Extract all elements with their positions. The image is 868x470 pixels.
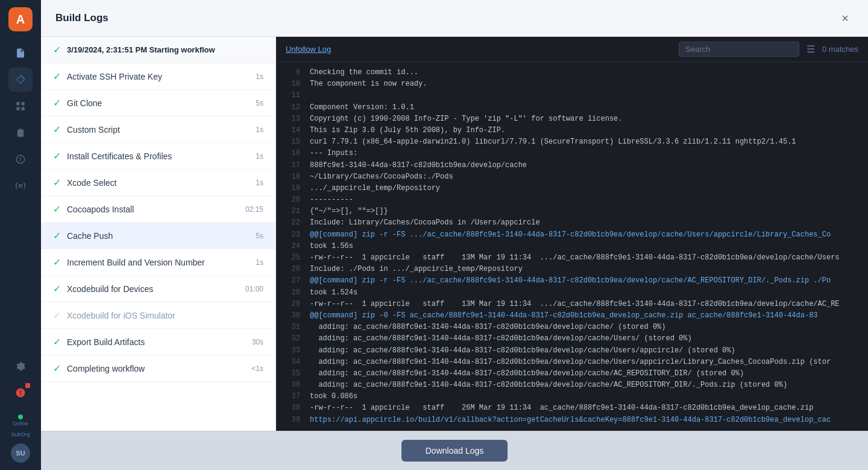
sidebar-icon-build[interactable] bbox=[8, 41, 33, 65]
step-item-xcodebuild-simulator[interactable]: ✓Xcodebuild for iOS Simulator bbox=[41, 302, 275, 329]
sidebar-icon-nav4[interactable] bbox=[8, 174, 33, 198]
line-text: Include: ./Pods in .../_appcircle_temp/R… bbox=[310, 264, 858, 275]
step-item-starting-workflow[interactable]: ✓3/19/2024, 2:31:51 PM Starting workflow bbox=[41, 37, 275, 63]
line-number: 37 bbox=[286, 391, 300, 402]
svg-point-4 bbox=[19, 185, 22, 188]
step-item-export-artifacts[interactable]: ✓Export Build Artifacts30s bbox=[41, 329, 275, 355]
line-number: 21 bbox=[286, 206, 300, 217]
line-text: took 1.56s bbox=[310, 241, 858, 252]
line-text: -rw-r--r-- 1 appcircle staff 13M Mar 19 … bbox=[310, 252, 858, 264]
step-label: Completing workflow bbox=[67, 364, 245, 373]
step-time: 5s bbox=[256, 232, 263, 240]
step-label: Xcodebuild for iOS Simulator bbox=[67, 311, 263, 320]
line-text: adding: ac_cache/888fc9e1-3140-44da-8317… bbox=[310, 345, 858, 357]
log-line: 38-rw-r--r-- 1 appcircle staff 26M Mar 1… bbox=[276, 402, 868, 414]
step-item-activate-ssh[interactable]: ✓Activate SSH Private Key1s bbox=[41, 63, 275, 90]
line-text: took 1.524s bbox=[310, 287, 858, 299]
line-number: 28 bbox=[286, 287, 300, 299]
step-time: 02:15 bbox=[245, 205, 263, 214]
log-line: 28took 1.524s bbox=[276, 287, 868, 299]
sidebar-icon-settings[interactable] bbox=[8, 354, 33, 378]
line-number: 24 bbox=[286, 241, 300, 252]
modal-close-button[interactable]: × bbox=[837, 10, 854, 27]
step-label: Install Certificates & Profiles bbox=[67, 151, 250, 161]
log-line: 36 adding: ac_cache/888fc9e1-3140-44da-8… bbox=[276, 379, 868, 391]
app-logo[interactable]: A bbox=[8, 7, 33, 31]
line-text: https://api.appcircle.io/build/v1/callba… bbox=[310, 414, 858, 426]
line-text: This is Zip 3.0 (July 5th 2008), by Info… bbox=[310, 125, 858, 136]
step-item-completing-workflow[interactable]: ✓Completing workflow<1s bbox=[41, 355, 275, 382]
line-number: 34 bbox=[286, 357, 300, 368]
log-line: 13Copyright (c) 1990-2008 Info-ZIP - Typ… bbox=[276, 113, 868, 125]
log-panel: Unfollow Log ☰ 0 matches 9Checking the c… bbox=[276, 37, 868, 431]
step-item-git-clone[interactable]: ✓Git Clone5s bbox=[41, 90, 275, 116]
step-time: 01:00 bbox=[245, 285, 263, 293]
line-number: 29 bbox=[286, 299, 300, 310]
step-item-cache-push[interactable]: ✓Cache Push5s bbox=[41, 223, 275, 249]
line-text: Copyright (c) 1990-2008 Info-ZIP - Type … bbox=[310, 113, 858, 125]
download-logs-button[interactable]: Download Logs bbox=[401, 440, 508, 462]
line-text: adding: ac_cache/888fc9e1-3140-44da-8317… bbox=[310, 357, 858, 368]
step-check-icon: ✓ bbox=[53, 363, 61, 374]
line-text: -rw-r--r-- 1 appcircle staff 13M Mar 19 … bbox=[310, 299, 858, 310]
line-text bbox=[310, 90, 858, 101]
sidebar-icon-alert[interactable] bbox=[8, 381, 33, 405]
step-item-install-certs[interactable]: ✓Install Certificates & Profiles1s bbox=[41, 143, 275, 170]
line-number: 18 bbox=[286, 171, 300, 183]
sidebar-icon-nav1[interactable] bbox=[8, 94, 33, 118]
line-number: 17 bbox=[286, 160, 300, 171]
list-view-icon[interactable]: ☰ bbox=[807, 43, 815, 55]
step-item-custom-script[interactable]: ✓Custom Script1s bbox=[41, 116, 275, 143]
sidebar-icon-nav3[interactable] bbox=[8, 147, 33, 171]
log-line: 20---------- bbox=[276, 194, 868, 206]
step-item-xcodebuild-devices[interactable]: ✓Xcodebuild for Devices01:00 bbox=[41, 276, 275, 302]
log-search-input[interactable] bbox=[679, 42, 799, 57]
line-number: 33 bbox=[286, 345, 300, 357]
step-label: Cache Push bbox=[67, 231, 250, 241]
line-number: 23 bbox=[286, 229, 300, 241]
step-time: 5s bbox=[256, 99, 263, 107]
sidebar-icon-tools[interactable] bbox=[8, 68, 33, 92]
online-label: Online bbox=[13, 421, 28, 427]
suborg-label: SubOrg bbox=[11, 431, 30, 437]
line-text: adding: ac_cache/888fc9e1-3140-44da-8317… bbox=[310, 368, 858, 379]
line-text: @@[command] zip -0 -FS ac_cache/888fc9e1… bbox=[310, 310, 858, 322]
step-item-xcode-select[interactable]: ✓Xcode Select1s bbox=[41, 170, 275, 196]
modal-footer: Download Logs bbox=[41, 431, 868, 470]
status-dot bbox=[18, 414, 23, 419]
step-item-increment-build[interactable]: ✓Increment Build and Version Number1s bbox=[41, 249, 275, 276]
line-text: adding: ac_cache/888fc9e1-3140-44da-8317… bbox=[310, 333, 858, 345]
line-number: 26 bbox=[286, 264, 300, 275]
log-line: 35 adding: ac_cache/888fc9e1-3140-44da-8… bbox=[276, 368, 868, 379]
step-check-icon: ✓ bbox=[53, 310, 61, 321]
step-item-cocoapods-install[interactable]: ✓Cocoapods Install02:15 bbox=[41, 196, 275, 223]
step-check-icon: ✓ bbox=[53, 336, 61, 348]
svg-rect-3 bbox=[22, 107, 25, 110]
line-number: 30 bbox=[286, 310, 300, 322]
modal-header: Build Logs × bbox=[41, 0, 868, 37]
step-label: Git Clone bbox=[67, 98, 250, 108]
log-line: 11 bbox=[276, 90, 868, 101]
line-text: Include: Library/Caches/CocoaPods in /Us… bbox=[310, 217, 858, 229]
line-text: .../_appcircle_temp/Repository bbox=[310, 183, 858, 194]
log-toolbar: Unfollow Log ☰ 0 matches bbox=[276, 37, 868, 62]
step-label: Xcode Select bbox=[67, 178, 250, 188]
line-number: 14 bbox=[286, 125, 300, 136]
log-line: 29-rw-r--r-- 1 appcircle staff 13M Mar 1… bbox=[276, 299, 868, 310]
step-label: Custom Script bbox=[67, 125, 250, 135]
line-number: 35 bbox=[286, 368, 300, 379]
log-line: 21{"~/"=>[], ""=>[]} bbox=[276, 206, 868, 217]
unfollow-log-button[interactable]: Unfollow Log bbox=[286, 45, 331, 54]
log-line: 16--- Inputs: bbox=[276, 148, 868, 159]
line-number: 36 bbox=[286, 379, 300, 391]
svg-rect-0 bbox=[16, 102, 19, 105]
sidebar-icon-nav2[interactable] bbox=[8, 121, 33, 145]
log-line: 33 adding: ac_cache/888fc9e1-3140-44da-8… bbox=[276, 345, 868, 357]
user-avatar[interactable]: SU bbox=[11, 443, 30, 463]
line-text: ---------- bbox=[310, 194, 858, 206]
line-text: {"~/"=>[], ""=>[]} bbox=[310, 206, 858, 217]
log-content[interactable]: 9Checking the commit id...10The componen… bbox=[276, 62, 868, 431]
step-time: 30s bbox=[252, 338, 263, 346]
line-text: Checking the commit id... bbox=[310, 67, 858, 78]
log-line: 24took 1.56s bbox=[276, 241, 868, 252]
